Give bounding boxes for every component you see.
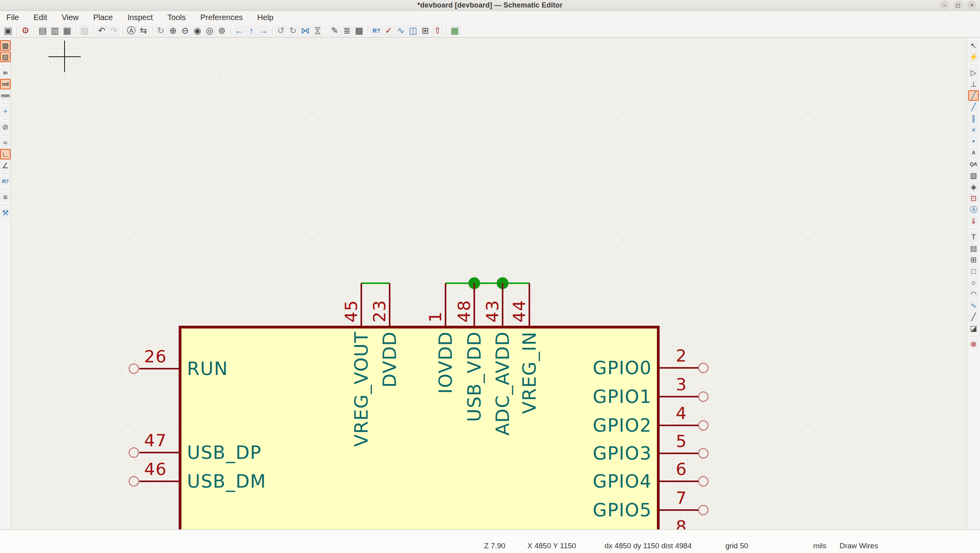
units-mm-icon[interactable]: mm (0, 90, 11, 101)
zoom-in-icon[interactable]: ⊕ (167, 25, 179, 36)
junction-icon[interactable]: • (968, 136, 979, 147)
table-icon[interactable]: ⊞ (968, 254, 979, 265)
net-label-icon[interactable]: A (968, 147, 979, 158)
delete-tool-icon[interactable]: ⊗ (968, 339, 979, 349)
menu-inspect[interactable]: Inspect (128, 13, 153, 22)
print-icon[interactable]: ▥ (49, 25, 61, 36)
pin-line[interactable] (660, 509, 699, 511)
crosshair-cursor-icon[interactable]: + (0, 106, 11, 117)
circle-icon[interactable]: ○ (968, 277, 979, 288)
hidden-pins-icon[interactable]: ⊘ (0, 122, 11, 132)
toolbar-separator (2, 119, 9, 119)
text-icon[interactable]: T (968, 232, 979, 242)
pin-line[interactable] (660, 367, 699, 369)
annotate-refs-icon[interactable]: R? (0, 176, 11, 187)
schematic-setup-icon[interactable]: ⚙ (19, 25, 31, 36)
toolbar-separator (368, 26, 368, 36)
units-inches-icon[interactable]: in (0, 67, 11, 78)
line-icon[interactable]: ╱ (968, 312, 979, 322)
close-button[interactable]: × (967, 1, 976, 9)
pin-line[interactable] (660, 396, 699, 397)
menu-file[interactable]: File (6, 13, 19, 22)
window-titlebar[interactable]: *devboard [devboard] — Schematic Editor … (0, 0, 980, 11)
rotate-ccw-icon[interactable]: ↺ (275, 25, 287, 36)
highlight-net-icon[interactable]: ⚡ (968, 52, 979, 62)
wire-segment[interactable] (446, 282, 529, 284)
simulator-icon[interactable]: ∿ (395, 25, 407, 36)
zoom-out-icon[interactable]: ⊖ (179, 25, 191, 36)
free-angle-wires-icon[interactable]: ≈ (0, 137, 11, 148)
power-port-icon[interactable]: ⊥ (968, 79, 979, 89)
refresh-icon[interactable]: ↻ (155, 25, 167, 36)
draw-bus-icon[interactable]: ╱ (968, 102, 979, 112)
zoom-fit-icon[interactable]: ◉ (191, 25, 203, 36)
restore-button[interactable]: ◻ (954, 1, 962, 9)
menu-edit[interactable]: Edit (33, 13, 47, 22)
units-mils-icon[interactable]: mil (0, 79, 11, 89)
netclass-directive-icon[interactable]: ▨ (968, 170, 979, 181)
symbol-editor-icon[interactable]: ✎ (329, 25, 341, 36)
classed-label-icon[interactable]: ϘA (968, 159, 979, 169)
pcb-editor-icon[interactable]: ▦ (449, 25, 461, 36)
mirror-h-icon[interactable]: ⋈ (299, 25, 311, 36)
nav-up-icon[interactable]: ↑ (245, 25, 257, 36)
pin-line[interactable] (139, 452, 179, 453)
select-tool-icon[interactable]: ↖ (968, 40, 979, 51)
rotate-cw-icon[interactable]: ↻ (287, 25, 299, 36)
bom-icon[interactable]: ⇧ (431, 25, 444, 36)
pin-line[interactable] (139, 481, 179, 482)
textbox-icon[interactable]: ▤ (968, 243, 979, 254)
menu-preferences[interactable]: Preferences (200, 13, 243, 22)
draw-wire-icon[interactable]: ╱ (968, 90, 979, 101)
pin-line[interactable] (660, 453, 699, 454)
footprint-editor-icon[interactable]: ▩ (353, 25, 365, 36)
zoom-selection-icon[interactable]: ⊚ (216, 25, 228, 36)
minimize-button[interactable]: − (940, 1, 949, 9)
hierarchical-label-icon[interactable]: Ⓐ (968, 204, 979, 215)
plot-icon[interactable]: ▦ (61, 25, 73, 36)
angle45-wires-icon[interactable]: ∠ (0, 160, 11, 171)
rectangle-icon[interactable]: □ (968, 266, 979, 276)
find-replace-icon[interactable]: ⇆ (137, 25, 150, 36)
hierarchical-sheet-icon[interactable]: ⊡ (968, 193, 979, 204)
symbol-fields-table-icon[interactable]: ⊞ (419, 25, 431, 36)
arc-icon[interactable]: ◠ (968, 289, 979, 299)
menu-tools[interactable]: Tools (167, 13, 186, 22)
zoom-objects-icon[interactable]: ◎ (203, 25, 216, 36)
nav-back-icon[interactable]: ← (233, 25, 245, 36)
nav-forward-icon[interactable]: → (257, 25, 270, 36)
pin-line[interactable] (660, 425, 699, 426)
erc-icon[interactable]: ✓ (383, 25, 395, 36)
symbol-browser-icon[interactable]: ≣ (341, 25, 353, 36)
menu-help[interactable]: Help (257, 13, 274, 22)
undo-icon[interactable]: ↶ (96, 25, 108, 36)
mirror-v-icon[interactable]: ⋈ (312, 24, 323, 37)
hierarchy-navigator-icon[interactable]: ≡ (0, 192, 11, 202)
pin-end-circle (698, 505, 708, 515)
pin-line[interactable] (139, 368, 179, 369)
schematic-canvas[interactable]: 45VREG_VOUT23DVDD1IOVDD48USB_VDD43ADC_AV… (11, 38, 967, 529)
sheet-pin-icon[interactable]: ⇓ (968, 216, 979, 226)
grid-overrides-icon[interactable]: ▨ (0, 52, 11, 62)
bus-entry-icon[interactable]: ∥ (968, 113, 979, 124)
paste-icon[interactable]: ▧ (78, 25, 91, 36)
assign-footprints-icon[interactable]: ◫ (407, 25, 419, 36)
redo-icon[interactable]: ↷ (108, 25, 120, 36)
hv-wires-icon[interactable]: ∟ (0, 149, 11, 160)
no-connect-icon[interactable]: × (968, 124, 979, 135)
find-icon[interactable]: Ⓐ (125, 25, 137, 36)
bezier-icon[interactable]: ∿ (968, 300, 979, 311)
annotate-icon[interactable]: R? (370, 25, 383, 36)
save-icon[interactable]: ▣ (2, 25, 14, 36)
global-label-icon[interactable]: ◈ (968, 182, 979, 192)
properties-panel-icon[interactable]: ⚒ (0, 208, 11, 218)
page-settings-icon[interactable]: ▤ (37, 25, 49, 36)
pin-number: 1 (426, 311, 444, 323)
wire-segment[interactable] (361, 282, 390, 284)
place-symbol-icon[interactable]: ▷ (968, 67, 979, 78)
menu-view[interactable]: View (62, 13, 79, 22)
image-icon[interactable]: ◪ (968, 323, 979, 334)
pin-line[interactable] (660, 481, 699, 482)
menu-place[interactable]: Place (93, 13, 113, 22)
grid-visibility-icon[interactable]: ▦ (0, 40, 11, 51)
